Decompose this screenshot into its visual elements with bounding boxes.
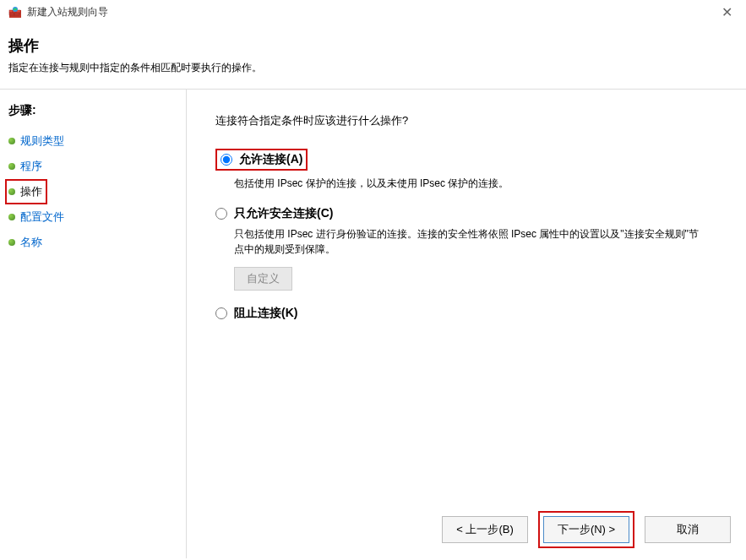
bullet-icon bbox=[8, 138, 15, 144]
svg-rect-7 bbox=[14, 8, 17, 10]
close-icon[interactable]: ✕ bbox=[716, 4, 738, 20]
radio-label: 只允许安全连接(C) bbox=[234, 206, 333, 221]
radio-allow[interactable] bbox=[221, 154, 232, 166]
step-program[interactable]: 程序 bbox=[5, 154, 186, 179]
step-label: 程序 bbox=[20, 159, 42, 174]
content-pane: 连接符合指定条件时应该进行什么操作? 允许连接(A) 包括使用 IPsec 保护… bbox=[186, 90, 746, 558]
next-button[interactable]: 下一步(N) > bbox=[543, 516, 629, 543]
step-label: 配置文件 bbox=[20, 209, 64, 225]
firewall-icon bbox=[8, 6, 22, 19]
step-label: 规则类型 bbox=[20, 133, 64, 149]
radio-secure[interactable] bbox=[215, 208, 227, 220]
prompt-text: 连接符合指定条件时应该进行什么操作? bbox=[215, 113, 726, 128]
radio-desc: 包括使用 IPsec 保护的连接，以及未使用 IPsec 保护的连接。 bbox=[234, 176, 707, 191]
radio-label: 阻止连接(K) bbox=[234, 306, 297, 321]
step-name[interactable]: 名称 bbox=[5, 230, 186, 255]
customize-button: 自定义 bbox=[234, 267, 292, 291]
bullet-icon bbox=[8, 239, 15, 246]
svg-rect-5 bbox=[14, 13, 19, 15]
step-rule-type[interactable]: 规则类型 bbox=[5, 128, 186, 154]
radio-label: 允许连接(A) bbox=[239, 152, 302, 167]
titlebar: 新建入站规则向导 ✕ bbox=[0, 0, 746, 25]
bullet-icon bbox=[8, 163, 15, 170]
page-title: 操作 bbox=[8, 35, 738, 56]
cancel-button[interactable]: 取消 bbox=[645, 516, 731, 543]
radio-allow-secure: 只允许安全连接(C) 只包括使用 IPsec 进行身份验证的连接。连接的安全性将… bbox=[215, 206, 726, 291]
radio-block[interactable] bbox=[215, 307, 227, 319]
steps-header: 步骤: bbox=[5, 98, 186, 128]
svg-rect-4 bbox=[9, 13, 14, 15]
step-profile[interactable]: 配置文件 bbox=[5, 204, 186, 230]
bullet-icon bbox=[8, 214, 15, 220]
step-action[interactable]: 操作 bbox=[5, 179, 47, 204]
step-label: 操作 bbox=[20, 184, 42, 199]
svg-rect-1 bbox=[9, 10, 13, 13]
bullet-icon bbox=[8, 188, 15, 195]
radio-desc: 只包括使用 IPsec 进行身份验证的连接。连接的安全性将依照 IPsec 属性… bbox=[234, 226, 707, 257]
steps-sidebar: 步骤: 规则类型 程序 操作 配置文件 名称 bbox=[0, 90, 186, 558]
page-header: 操作 指定在连接与规则中指定的条件相匹配时要执行的操作。 bbox=[0, 25, 746, 89]
radio-allow-connection: 允许连接(A) 包括使用 IPsec 保护的连接，以及未使用 IPsec 保护的… bbox=[215, 149, 726, 191]
wizard-footer: < 上一步(B) 下一步(N) > 取消 bbox=[442, 511, 731, 548]
back-button[interactable]: < 上一步(B) bbox=[442, 516, 528, 543]
highlight-box: 下一步(N) > bbox=[538, 511, 634, 548]
window-title: 新建入站规则向导 bbox=[27, 5, 108, 19]
page-subtitle: 指定在连接与规则中指定的条件相匹配时要执行的操作。 bbox=[8, 61, 738, 75]
step-label: 名称 bbox=[20, 235, 42, 250]
radio-block-connection: 阻止连接(K) bbox=[215, 306, 726, 321]
action-radio-group: 允许连接(A) 包括使用 IPsec 保护的连接，以及未使用 IPsec 保护的… bbox=[215, 149, 726, 321]
